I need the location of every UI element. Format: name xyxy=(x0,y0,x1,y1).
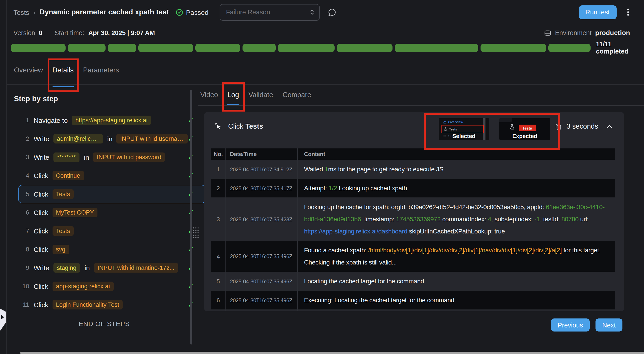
log-table-header: No. Date/Time Content xyxy=(211,148,615,160)
log-row-datetime: 2025-04-30T16:07:35.423Z xyxy=(226,198,297,241)
chevron-up-icon[interactable] xyxy=(606,124,612,128)
step-item-7[interactable]: 7ClickTests✓ xyxy=(18,222,205,240)
step-item-5[interactable]: 5ClickTests✓ xyxy=(18,185,205,203)
run-test-button[interactable]: Run test xyxy=(579,5,616,19)
tab-parameters[interactable]: Parameters xyxy=(83,63,119,87)
environment-group: Environment production xyxy=(544,29,630,37)
click-cursor-icon xyxy=(215,123,222,130)
step-target-chip: Continue xyxy=(52,171,84,180)
start-time-label: Start time: xyxy=(54,29,84,37)
step-item-3[interactable]: 3Write********inINPUT with id password✓ xyxy=(18,148,205,166)
steps-list: 1Navigate tohttps://app-staging.relicx.a… xyxy=(0,111,198,314)
tab-label: Overview xyxy=(14,66,43,74)
tab-details[interactable]: Details xyxy=(52,63,74,87)
progress-segment-6[interactable] xyxy=(242,43,276,52)
start-time-value: Apr 30, 2025 | 9:07 AM xyxy=(88,29,155,37)
progress-segment-1[interactable] xyxy=(11,43,66,52)
step-number: 6 xyxy=(22,209,29,216)
step-action-text: Write xyxy=(34,135,49,143)
step-item-6[interactable]: 6ClickMyTest COPY✓ xyxy=(18,203,205,222)
step-item-9[interactable]: 9WritestaginginINPUT with id mantine-17z… xyxy=(18,259,205,277)
step-action-text: Click xyxy=(34,246,48,253)
tab-label: Video xyxy=(200,91,218,99)
log-row-content: Waited 1ms for the page to get ready to … xyxy=(297,160,615,179)
step-value-chip: https://app-staging.relicx.ai xyxy=(72,116,151,125)
status-text: Passed xyxy=(186,8,208,16)
log-row-2: 22025-04-30T16:07:35.417ZAttempt: 1/2 Lo… xyxy=(211,179,615,198)
failure-reason-select[interactable]: Failure Reason xyxy=(220,4,320,21)
log-row-number: 6 xyxy=(211,291,226,309)
step-target-chip: Tests xyxy=(52,189,74,199)
tab-log[interactable]: Log xyxy=(228,84,239,105)
expected-screenshot-thumbnail[interactable]: Tests Expected xyxy=(500,118,550,140)
progress-segment-8[interactable] xyxy=(337,43,392,52)
step-item-11[interactable]: 11ClickLogin Functionality Test✓ xyxy=(18,295,205,314)
step-target-chip: Login Functionality Test xyxy=(52,300,123,309)
comment-button[interactable] xyxy=(328,8,337,17)
progress-segment-9[interactable] xyxy=(395,43,478,52)
log-row-1: 12025-04-30T16:07:34.912ZWaited 1ms for … xyxy=(211,160,615,179)
tab-video[interactable]: Video xyxy=(200,84,218,105)
tab-validate[interactable]: Validate xyxy=(248,84,273,105)
progress-segment-10[interactable] xyxy=(480,43,546,52)
log-row-3: 32025-04-30T16:07:35.423ZLooking up the … xyxy=(211,198,615,241)
step-action-text: in xyxy=(85,264,90,272)
progress-segment-2[interactable] xyxy=(68,43,106,52)
log-tabs: VideoLogValidateCompare xyxy=(198,84,644,106)
log-row-5: 52025-04-30T16:07:35.496ZLocating the ca… xyxy=(211,272,615,291)
log-row-4: 42025-04-30T16:07:35.496ZFound a cached … xyxy=(211,241,615,272)
progress-segment-11[interactable] xyxy=(548,43,590,52)
tab-overview[interactable]: Overview xyxy=(14,63,43,87)
step-item-8[interactable]: 8Clicksvg✓ xyxy=(18,240,205,259)
environment-label: Environment xyxy=(555,29,592,37)
steps-panel: Step by step 1Navigate tohttps://app-sta… xyxy=(0,84,198,354)
topbar: Tests › Dynamic parameter cached xpath t… xyxy=(0,0,644,24)
tab-compare[interactable]: Compare xyxy=(282,84,311,105)
log-row-number: 2 xyxy=(211,179,226,198)
breadcrumb-separator: › xyxy=(33,8,36,16)
step-target-chip: app-staging.relicx.ai xyxy=(52,282,114,291)
step-item-2[interactable]: 2Writeadmin@relicx.aiinINPUT with id use… xyxy=(18,129,205,148)
log-row-6: 62025-04-30T16:07:35.496ZExecuting: Loca… xyxy=(211,291,615,309)
selected-screenshot-thumbnail[interactable]: Overview Tests xyxy=(439,118,489,140)
progress-segment-4[interactable] xyxy=(138,43,193,52)
command-action: Click xyxy=(228,122,243,130)
log-row-content: Locating the cached target for the comma… xyxy=(297,272,615,291)
log-row-datetime: 2025-04-30T16:07:35.496Z xyxy=(226,272,297,291)
breadcrumb-tests[interactable]: Tests xyxy=(14,8,29,16)
log-row-datetime: 2025-04-30T16:07:35.496Z xyxy=(226,241,297,272)
step-action-text: in xyxy=(84,153,89,161)
progress-row: 11/11 completed xyxy=(11,43,640,52)
log-row-datetime: 2025-04-30T16:07:34.912Z xyxy=(226,160,297,179)
step-item-4[interactable]: 4ClickContinue✓ xyxy=(18,166,205,185)
steps-scrollbar[interactable] xyxy=(190,90,192,344)
select-chevrons-icon xyxy=(310,9,314,16)
previous-button[interactable]: Previous xyxy=(551,318,590,331)
main-tabs: OverviewDetailsParameters xyxy=(7,63,644,85)
step-item-10[interactable]: 10Clickapp-staging.relicx.ai✓ xyxy=(18,277,205,295)
kebab-menu-icon[interactable] xyxy=(626,8,630,17)
step-number: 2 xyxy=(22,135,29,142)
step-action-text: Click xyxy=(34,227,48,235)
log-row-content: Executing: Locating the cached target fo… xyxy=(297,291,615,309)
log-card: Click Tests Overview xyxy=(204,112,624,311)
step-action-text: Click xyxy=(34,172,48,180)
progress-segment-7[interactable] xyxy=(278,43,334,52)
progress-segment-3[interactable] xyxy=(108,43,136,52)
step-number: 1 xyxy=(22,117,29,124)
horizontal-scrollbar[interactable] xyxy=(20,352,644,354)
log-row-content-text: Looking up the cache for xpath: orgId: b… xyxy=(304,201,612,238)
step-item-1[interactable]: 1Navigate tohttps://app-staging.relicx.a… xyxy=(18,111,205,129)
step-target-chip: INPUT with id username xyxy=(116,134,188,143)
step-number: 4 xyxy=(22,172,29,179)
next-button[interactable]: Next xyxy=(596,318,622,331)
comment-bubble-icon xyxy=(328,8,337,17)
page-title: Dynamic parameter cached xpath test xyxy=(40,8,169,16)
log-row-number: 1 xyxy=(211,160,226,179)
log-row-datetime: 2025-04-30T16:07:35.417Z xyxy=(226,179,297,198)
step-value-chip: staging xyxy=(53,263,80,273)
steps-heading: Step by step xyxy=(14,94,198,103)
progress-segment-5[interactable] xyxy=(195,43,240,52)
duration-group: 3 seconds xyxy=(555,112,612,141)
expected-tests-highlight: Tests xyxy=(519,125,536,131)
